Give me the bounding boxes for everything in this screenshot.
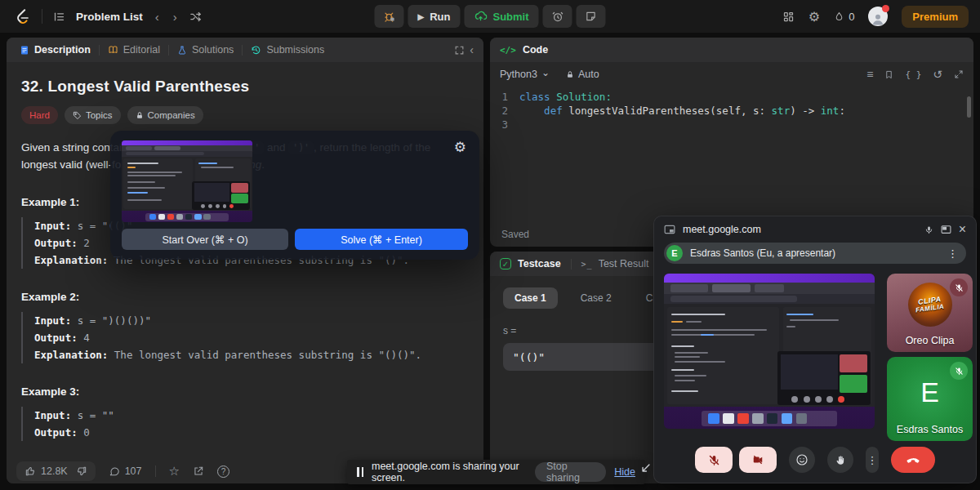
assistant-overlay: ⚙ Start Over (⌘ + O) Solve (⌘ + Enter) (110, 131, 479, 260)
problem-content: 32. Longest Valid Parentheses Hard Topic… (7, 62, 483, 459)
hide-share-bar-link[interactable]: Hide (614, 466, 635, 478)
share-icon (193, 466, 204, 477)
share-message: meet.google.com is sharing your screen. (372, 461, 527, 483)
tab-submissions-label: Submissions (266, 44, 324, 56)
overlay-settings-gear-icon[interactable]: ⚙ (454, 139, 466, 156)
dislike-button[interactable] (76, 466, 87, 477)
participant-initial: E (920, 376, 939, 408)
raise-hand-button[interactable] (827, 447, 853, 473)
participant-name: Oreo Clipa (887, 335, 973, 346)
thumbs-up-icon (24, 466, 36, 477)
vote-pill: 12.8K (16, 461, 96, 481)
premium-button[interactable]: Premium (902, 6, 969, 28)
timer-button[interactable] (543, 5, 572, 28)
mic-icon[interactable] (924, 225, 933, 235)
submit-button[interactable]: Submit (464, 5, 538, 28)
reactions-button[interactable] (789, 447, 815, 473)
tab-editorial[interactable]: Editorial (105, 44, 163, 56)
stop-sharing-button[interactable]: Stop sharing (535, 462, 606, 482)
problem-list-icon[interactable] (53, 11, 65, 23)
participant-tile-oreo-clipa[interactable]: CLIPA FAMÍLIA Oreo Clipa (887, 274, 973, 352)
meet-resize-handle-icon[interactable] (640, 462, 652, 474)
layout-grid-icon[interactable] (782, 11, 795, 23)
flame-icon (834, 11, 844, 23)
user-avatar[interactable] (868, 7, 888, 26)
tab-solutions[interactable]: Solutions (174, 44, 237, 56)
start-over-button[interactable]: Start Over (⌘ + O) (122, 229, 288, 250)
top-navbar: Problem List ‹ › ▶ Run (0, 0, 980, 33)
reset-code-icon[interactable]: ↺ (933, 68, 942, 81)
case-2-tab[interactable]: Case 2 (569, 287, 623, 309)
problem-title: 32. Longest Valid Parentheses (21, 78, 469, 96)
cloud-upload-icon (474, 10, 487, 23)
expand-panel-icon[interactable] (454, 45, 465, 56)
collapse-panel-icon[interactable]: ‹ (470, 43, 474, 56)
solve-button[interactable]: Solve (⌘ + Enter) (295, 229, 468, 250)
presenter-pill[interactable]: E Esdras Santos (Eu, a apresentar) ⋮ (664, 243, 966, 264)
difficulty-badge[interactable]: Hard (21, 106, 58, 124)
thumbs-down-icon (76, 466, 87, 477)
autocomplete-toggle[interactable]: Auto (566, 69, 599, 80)
unmute-mic-button[interactable] (695, 447, 733, 473)
tab-separator (242, 45, 243, 56)
comments-button[interactable]: 107 (109, 466, 142, 477)
fullscreen-icon[interactable] (954, 69, 964, 79)
presenter-menu-icon[interactable]: ⋮ (942, 247, 963, 260)
clipa-familia-logo: CLIPA FAMÍLIA (908, 283, 952, 327)
badge-row: Hard Topics Companies (21, 106, 469, 124)
topics-badge[interactable]: Topics (65, 106, 121, 124)
like-button[interactable]: 12.8K (24, 466, 68, 477)
tab-separator (571, 259, 572, 270)
mic-muted-icon (950, 362, 968, 380)
alarm-clock-icon (551, 11, 564, 23)
meet-header: meet.google.com × (654, 216, 976, 243)
help-button[interactable]: ? (217, 466, 229, 478)
debugger-button[interactable] (374, 5, 403, 28)
shuffle-icon[interactable] (189, 11, 202, 23)
likes-count: 12.8K (41, 466, 68, 477)
close-icon[interactable]: × (959, 222, 966, 237)
camera-on-button[interactable] (739, 447, 777, 473)
notes-button[interactable] (577, 5, 606, 28)
tab-description[interactable]: Description (16, 44, 94, 56)
more-options-button[interactable]: ⋮ (866, 447, 879, 473)
tab-description-label: Description (34, 44, 91, 56)
terminal-icon: >_ (581, 260, 593, 269)
favorite-button[interactable]: ☆ (169, 464, 180, 479)
code-editor[interactable]: 1class Solution: 2 def longestValidParen… (490, 87, 973, 131)
prev-problem-button[interactable]: ‹ (154, 10, 161, 24)
shared-screen-preview[interactable] (664, 274, 875, 429)
settings-gear-icon[interactable]: ⚙ (808, 9, 820, 24)
back-to-tab-icon[interactable] (941, 225, 951, 234)
presenter-avatar: E (666, 245, 683, 261)
mini-desktop-preview (122, 140, 252, 222)
format-lines-icon[interactable]: ≡ (866, 68, 873, 81)
bookmark-icon[interactable] (884, 69, 893, 80)
editor-scrollbar[interactable] (967, 96, 971, 118)
tab-submissions[interactable]: Submissions (247, 44, 327, 56)
companies-badge[interactable]: Companies (127, 106, 203, 124)
participant-tile-esdras-santos[interactable]: E Esdras Santos (887, 357, 973, 441)
question-icon: ? (217, 466, 229, 478)
example-2-block: Input: s = ")()())" Output: 4 Explanatio… (21, 312, 469, 363)
description-doc-icon (20, 45, 29, 56)
code-toolbar: Python3 ⌄ Auto ≡ { } ↺ (490, 62, 973, 87)
tab-test-result[interactable]: >_ Test Result (581, 258, 649, 270)
nav-divider (42, 9, 42, 24)
problem-list-label[interactable]: Problem List (76, 11, 143, 23)
participant-name: Esdras Santos (887, 424, 973, 435)
code-icon: </> (500, 45, 516, 56)
next-problem-button[interactable]: › (172, 10, 179, 24)
language-selector[interactable]: Python3 ⌄ (500, 69, 550, 80)
share-button[interactable] (193, 466, 204, 477)
braces-icon[interactable]: { } (905, 69, 921, 80)
run-button[interactable]: ▶ Run (408, 5, 460, 28)
tab-testcase[interactable]: ✓ Testcase (500, 258, 561, 270)
auto-label: Auto (578, 69, 599, 80)
comments-count: 107 (125, 466, 142, 477)
leave-call-button[interactable] (891, 447, 935, 473)
case-1-tab[interactable]: Case 1 (503, 287, 558, 309)
daily-streak[interactable]: 0 (834, 11, 854, 23)
testcase-check-icon: ✓ (500, 258, 511, 270)
leetcode-logo[interactable] (13, 7, 31, 25)
